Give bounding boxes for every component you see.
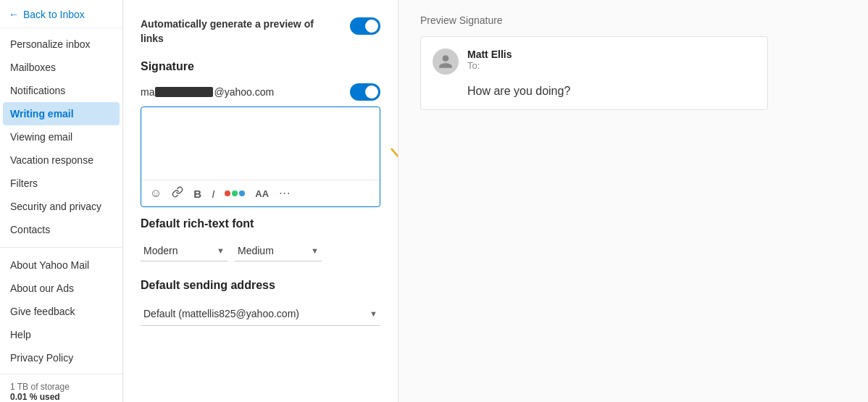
sidebar-nav: Personalize inbox Mailboxes Notification… <box>0 28 122 374</box>
back-to-inbox-button[interactable]: ← Back to Inbox <box>0 0 122 28</box>
auto-preview-row: Automatically generate a preview of link… <box>141 17 380 46</box>
sidebar-divider <box>0 247 122 248</box>
sender-info: Matt Ellis To: <box>467 49 512 71</box>
sidebar-footer: 1 TB of storage 0.01 % used <box>0 374 122 402</box>
sidebar-item-mailboxes[interactable]: Mailboxes <box>0 56 122 79</box>
storage-used: 0.01 % used <box>10 392 112 402</box>
signature-toolbar: ☺ B I AA ··· <box>141 180 380 206</box>
signature-account-row: ma@yahoo.com <box>141 83 380 101</box>
address-chevron-icon: ▼ <box>370 309 377 318</box>
auto-preview-label: Automatically generate a preview of link… <box>141 17 336 46</box>
sidebar-item-notifications[interactable]: Notifications <box>0 79 122 102</box>
back-label: Back to Inbox <box>23 9 85 20</box>
address-dropdown[interactable]: Default (mattellis825@yahoo.com) ▼ <box>141 302 380 326</box>
avatar <box>433 49 459 75</box>
preview-title: Preview Signature <box>420 14 846 26</box>
sidebar-item-help[interactable]: Help <box>0 323 122 346</box>
sidebar-item-personalize-inbox[interactable]: Personalize inbox <box>0 33 122 56</box>
sidebar-item-about-ads[interactable]: About our Ads <box>0 277 122 300</box>
email-suffix: @yahoo.com <box>214 86 274 98</box>
sidebar-item-security-privacy[interactable]: Security and privacy <box>0 195 122 218</box>
svg-line-0 <box>391 148 398 243</box>
sidebar: ← Back to Inbox Personalize inbox Mailbo… <box>0 0 123 402</box>
font-dropdowns-row: Modern ▼ Medium ▼ <box>141 240 380 261</box>
font-size-chevron-icon: ▼ <box>311 246 319 255</box>
font-family-value: Modern <box>143 245 178 256</box>
email-redacted <box>155 87 213 97</box>
sender-name: Matt Ellis <box>467 49 512 60</box>
signature-toggle-track[interactable] <box>350 83 380 101</box>
address-value: Default (mattellis825@yahoo.com) <box>143 308 299 319</box>
color-picker-icon[interactable] <box>225 190 245 196</box>
sidebar-item-filters[interactable]: Filters <box>0 172 122 195</box>
sidebar-item-about-yahoo-mail[interactable]: About Yahoo Mail <box>0 254 122 277</box>
font-family-dropdown[interactable]: Modern ▼ <box>141 240 228 261</box>
back-arrow-icon: ← <box>9 9 19 20</box>
toggle-track[interactable] <box>350 17 380 35</box>
font-size-dropdown[interactable]: Medium ▼ <box>235 240 322 261</box>
signature-text-area[interactable] <box>141 107 380 180</box>
italic-icon[interactable]: I <box>212 188 214 200</box>
email-prefix: ma <box>141 86 154 98</box>
auto-preview-toggle[interactable] <box>350 17 380 35</box>
address-section-header: Default sending address <box>141 279 380 292</box>
link-icon[interactable] <box>172 186 183 201</box>
preview-panel: Preview Signature Matt Ellis To: How are… <box>398 0 868 402</box>
person-icon <box>438 54 454 70</box>
font-family-chevron-icon: ▼ <box>217 246 225 255</box>
font-size-value: Medium <box>238 245 274 256</box>
sidebar-item-give-feedback[interactable]: Give feedback <box>0 300 122 323</box>
preview-body: How are you doing? <box>433 85 756 98</box>
preview-card: Matt Ellis To: How are you doing? <box>420 36 768 110</box>
bold-icon[interactable]: B <box>193 188 201 200</box>
signature-section-header: Signature <box>141 60 380 73</box>
sidebar-item-writing-email[interactable]: Writing email <box>3 102 120 125</box>
sidebar-item-vacation-response[interactable]: Vacation response <box>0 148 122 172</box>
font-size-icon[interactable]: AA <box>255 188 269 199</box>
emoji-icon[interactable]: ☺ <box>150 187 162 200</box>
signature-editor[interactable]: ☺ B I AA ··· <box>141 106 380 207</box>
signature-email: ma@yahoo.com <box>141 86 274 98</box>
storage-label: 1 TB of storage <box>10 382 112 392</box>
sidebar-item-viewing-email[interactable]: Viewing email <box>0 125 122 148</box>
font-section-header: Default rich-text font <box>141 217 380 230</box>
settings-panel: Automatically generate a preview of link… <box>123 0 398 402</box>
main-content: Automatically generate a preview of link… <box>123 0 868 402</box>
more-options-icon[interactable]: ··· <box>279 187 291 200</box>
signature-toggle[interactable] <box>350 83 380 101</box>
sidebar-item-privacy-policy[interactable]: Privacy Policy <box>0 346 122 369</box>
sidebar-item-contacts[interactable]: Contacts <box>0 218 122 241</box>
sender-to: To: <box>467 60 512 71</box>
preview-sender-row: Matt Ellis To: <box>433 49 756 75</box>
